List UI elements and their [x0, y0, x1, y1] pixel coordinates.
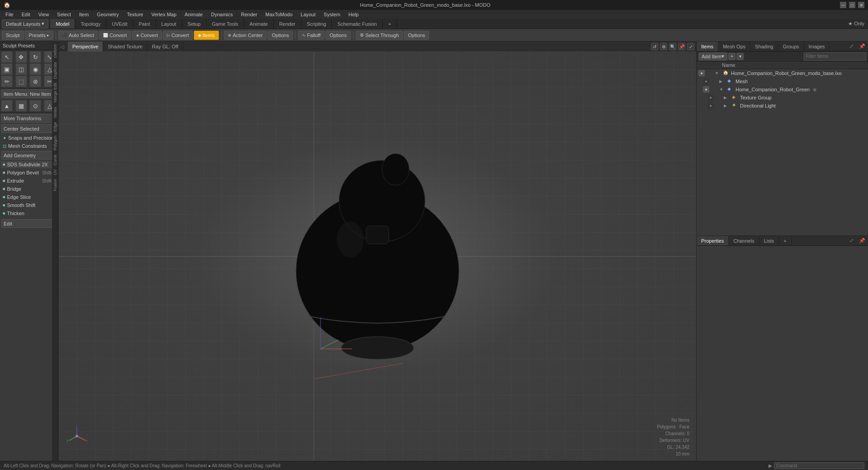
tool-edge-slice[interactable]: ■ Edge Slice	[1, 193, 57, 201]
menu-system[interactable]: System	[320, 11, 344, 18]
right-tab-images[interactable]: Images	[804, 42, 830, 51]
filter-items-input[interactable]	[804, 52, 866, 61]
tool-extrude[interactable]: ■ Extrude Shift-X	[1, 177, 57, 184]
right-tab-mesh-ops[interactable]: Mesh Ops	[718, 42, 750, 51]
add-item-button[interactable]: Add Item ▾	[698, 52, 727, 61]
menu-view[interactable]: View	[35, 11, 53, 18]
menu-edit[interactable]: Edit	[18, 11, 34, 18]
tab-add[interactable]: +	[383, 19, 397, 28]
tab-paint[interactable]: Paint	[133, 19, 156, 28]
center-selected-dropdown[interactable]: Center Selected ▾	[1, 124, 57, 133]
layout-selector[interactable]: Default Layouts ▾	[2, 19, 48, 28]
item-menu-dropdown[interactable]: Item Menu: New Item ▾	[1, 89, 57, 98]
menu-dynamics[interactable]: Dynamics	[208, 11, 236, 18]
item-robot-mesh[interactable]: ● ▼ ◆ Home_Companion_Robot_Green ⊕	[697, 85, 868, 94]
vp-tab-perspective[interactable]: Perspective	[68, 42, 103, 52]
convert2-button[interactable]: ◈ Convert	[132, 31, 162, 40]
presets-button[interactable]: Presets ▸	[25, 31, 53, 40]
viewport-nav-back[interactable]: ◁	[61, 44, 68, 49]
falloff-button[interactable]: ∿ Falloff	[298, 31, 325, 40]
right-panel-pin[interactable]: 📌	[856, 42, 868, 50]
item-directional-light[interactable]: ● ▶ ☀ Directional Light	[697, 102, 868, 110]
tab-model[interactable]: Model	[50, 19, 75, 28]
menu-texture[interactable]: Texture	[123, 11, 147, 18]
convert3-button[interactable]: ▷ Convert	[163, 31, 193, 40]
vert-tab-uv[interactable]: UV	[52, 168, 58, 177]
maximize-button[interactable]: □	[849, 2, 855, 8]
vert-tab-vertex[interactable]: Vertex	[52, 105, 58, 120]
vert-tab-deform[interactable]: Deform	[52, 42, 58, 60]
tool-sds-subdivide[interactable]: ■ SDS Subdivide 2X	[1, 161, 57, 168]
tool-smooth-shift[interactable]: ■ Smooth Shift	[1, 202, 57, 209]
vp-ctrl-settings[interactable]: ⚙	[660, 43, 667, 50]
menu-maxtomodo[interactable]: MaxToModo	[262, 11, 296, 18]
item-texture-group[interactable]: ● ▶ ◈ Texture Group	[697, 94, 868, 102]
vp-ctrl-reset[interactable]: ↺	[651, 43, 658, 50]
right-tab-shading[interactable]: Shading	[750, 42, 778, 51]
options2-button[interactable]: Options	[326, 31, 351, 40]
action-center-button[interactable]: ⊕ Action Center	[224, 31, 267, 40]
right-tab-groups[interactable]: Groups	[778, 42, 804, 51]
menu-vertex-map[interactable]: Vertex Map	[148, 11, 180, 18]
items-filter-icon[interactable]: ▾	[736, 53, 744, 60]
select-through-button[interactable]: ⦿ Select Through	[356, 31, 403, 40]
options3-button[interactable]: Options	[404, 31, 429, 40]
props-expand[interactable]: ⤢	[847, 237, 856, 244]
statusbar-arrow[interactable]: ▶	[769, 463, 772, 468]
add-geometry-dropdown[interactable]: Add Geometry ▾	[1, 151, 57, 160]
command-input[interactable]	[774, 462, 864, 469]
vert-tab-fusion[interactable]: Fusion	[52, 177, 58, 193]
icon-edge[interactable]: ◫	[15, 63, 27, 75]
tab-layout[interactable]: Layout	[156, 19, 182, 28]
icon-poly[interactable]: ▣	[1, 63, 13, 75]
eye-light[interactable]: ●	[708, 103, 714, 109]
more-transforms-dropdown[interactable]: More Transforms ▾	[1, 114, 57, 122]
sculpt-button[interactable]: Sculpt	[2, 31, 24, 40]
right-tab-items[interactable]: Items	[697, 42, 718, 51]
add-item-plus[interactable]: +	[728, 53, 736, 60]
menu-file[interactable]: File	[2, 11, 17, 18]
edit-dropdown[interactable]: Edit ▾	[1, 219, 57, 228]
eye-mesh[interactable]: ●	[703, 78, 709, 85]
menu-animate[interactable]: Animate	[181, 11, 206, 18]
icon-pen[interactable]: ✏	[1, 75, 13, 87]
items-button[interactable]: ◆ Items	[194, 31, 219, 40]
props-tab-lists[interactable]: Lists	[760, 236, 779, 245]
tab-render[interactable]: Render	[274, 19, 301, 28]
vert-tab-curve[interactable]: Curve	[52, 153, 58, 167]
vp-ctrl-search[interactable]: 🔍	[669, 43, 676, 50]
tab-setup[interactable]: Setup	[182, 19, 207, 28]
tool-thicken[interactable]: ■ Thicken	[1, 210, 57, 217]
auto-select-button[interactable]: ⬛ Auto Select	[58, 31, 98, 40]
icon-cursor[interactable]: ↖	[1, 51, 13, 63]
menu-item[interactable]: Item	[75, 11, 92, 18]
tab-schematic-fusion[interactable]: Schematic Fusion	[332, 19, 382, 28]
menu-select[interactable]: Select	[53, 11, 75, 18]
menu-geometry[interactable]: Geometry	[93, 11, 122, 18]
tool-bridge[interactable]: ■ Bridge	[1, 185, 57, 193]
tool-polygon-bevel[interactable]: ■ Polygon Bevel Shift-B	[1, 169, 57, 176]
only-label[interactable]: ★ Only	[844, 19, 868, 28]
vp-tab-raygl[interactable]: Ray GL: Off	[147, 42, 183, 52]
props-tab-channels[interactable]: Channels	[729, 236, 759, 245]
icon-select-rect[interactable]: ⬚	[15, 75, 27, 87]
close-button[interactable]: ✕	[858, 2, 864, 8]
tab-game-tools[interactable]: Game Tools	[207, 19, 245, 28]
convert1-button[interactable]: ⬜ Convert	[99, 31, 131, 40]
mesh-constraints-row[interactable]: ⊡ Mesh Constraints	[1, 142, 57, 150]
tab-uvedit[interactable]: UVEdit	[106, 19, 133, 28]
props-pin[interactable]: 📌	[856, 237, 868, 244]
vert-tab-duplicate[interactable]: Duplicate	[52, 60, 58, 81]
minimize-button[interactable]: ─	[840, 2, 846, 8]
menu-layout[interactable]: Layout	[297, 11, 319, 18]
tab-scripting[interactable]: Scripting	[302, 19, 332, 28]
icon-select-lasso[interactable]: ⊛	[29, 75, 41, 87]
menu-help[interactable]: Help	[345, 11, 363, 18]
icon-a[interactable]: ▲	[1, 100, 13, 112]
props-tab-properties[interactable]: Properties	[697, 236, 729, 245]
menu-render[interactable]: Render	[237, 11, 261, 18]
item-mesh[interactable]: ● ▶ ◆ Mesh	[697, 77, 868, 85]
options1-button[interactable]: Options	[268, 31, 293, 40]
icon-b[interactable]: ▦	[15, 100, 27, 112]
viewport-canvas[interactable]: X Y Z No Items Polygons : Face Channels:…	[59, 52, 696, 461]
